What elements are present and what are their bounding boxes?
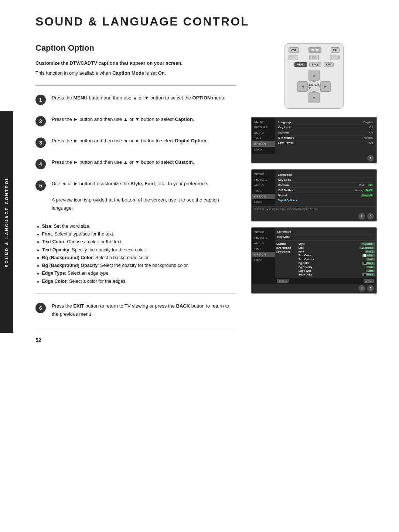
intro-on-bold: On (158, 70, 165, 76)
step-2: 2 Press the ► button and then use ▲ or ▼… (35, 115, 236, 126)
divider-1 (35, 85, 236, 86)
remote-menu-btn[interactable]: MENU (294, 62, 307, 67)
panel2-badge-3: 3 (367, 213, 374, 220)
panel3-right: Language Key Lock Caption ISM Method (275, 228, 376, 284)
panel1-keylock-value: : Off (368, 126, 373, 129)
step-text-6: Press the EXIT button to return to TV vi… (52, 302, 236, 318)
panel2-analog-label: Analog (355, 189, 363, 192)
remote-cc-btn[interactable]: CC (309, 55, 319, 60)
panel2-menu-setup: SETUP (252, 172, 275, 177)
panel3-font-row: Font Font 1 (299, 250, 375, 253)
remote-ch-btn[interactable]: CH (331, 47, 340, 53)
panel3-top-rows: Language Key Lock (275, 228, 376, 241)
panel2-row-digital: Digital Service3 (278, 193, 373, 198)
panel3-textcolor-label: Text Color (299, 254, 319, 257)
remote-top-row: VOL MUTE CH (289, 47, 340, 53)
side-label-text: SOUND & LANGUAGE CONTROL (4, 176, 9, 267)
panel1-language-value: : English (362, 121, 373, 124)
panel3-menu-picture: PICTURE (252, 235, 275, 241)
panel2-note: Selection ( ► or ⊙) leads you to the Cap… (254, 208, 374, 211)
panel1-row-keylock: Key Lock : Off (278, 125, 373, 130)
panel2-row-keylock: Key Lock (278, 177, 373, 183)
main-content: SOUND & LANGUAGE CONTROL Caption Option … (13, 0, 399, 358)
panel3-footer-prev: ■ Prev (364, 279, 374, 283)
dpad-up-btn[interactable]: ▲ (308, 70, 319, 81)
remote-exit-btn[interactable]: EXIT (324, 62, 334, 67)
dpad-down-btn[interactable]: ▼ (308, 92, 319, 103)
panel2-menu-time: TIME (252, 188, 275, 194)
step-1: 1 Press the MENU button and then use ▲ o… (35, 94, 236, 105)
panel3-edgecolor-value: Black (362, 273, 375, 276)
remote-vol-btn[interactable]: VOL (289, 47, 299, 53)
remote-container: VOL MUTE CH — CC — MENU BACK EXIT (251, 43, 377, 109)
dpad-enter-btn[interactable]: ENTER⊙ (308, 81, 319, 92)
panel3-textcolor-value: White (362, 254, 375, 257)
step-4: 4 Press the ► button and then use ▲ or ▼… (35, 158, 236, 169)
remote-mute-btn[interactable]: MUTE (308, 47, 321, 53)
panel1-keylock-label: Key Lock (278, 126, 291, 129)
panel3-menu-time: TIME (252, 246, 275, 252)
step-6: 6 Press the EXIT button to return to TV … (35, 302, 236, 318)
panel3-edgetype-row: Edge Type None (299, 269, 375, 272)
panel2-row-caption: Caption Mode On (278, 183, 373, 188)
dpad-empty-tl (297, 70, 308, 81)
section-heading: Caption Option (35, 43, 236, 53)
panel3-edgecolor-label: Edge Color (299, 273, 319, 276)
panel2-row-language: Language (278, 172, 373, 177)
panel2-sidebar: SETUP PICTURE AUDIO TIME OPTION LOCK (252, 170, 275, 206)
bullet-text-opacity: Text Opacity : Specify the opacity for t… (35, 246, 236, 254)
panel3-textopacity-value: Solid (366, 258, 375, 261)
panel3-menu-lock: LOCK (252, 257, 275, 263)
remote-row3: MENU BACK EXIT (289, 62, 340, 67)
panel2-row-ism: ISM Method Analog Text1 (278, 188, 373, 193)
panel2-digital-value: Service3 (361, 194, 373, 197)
panel1-menu-time: TIME (252, 136, 275, 141)
step-text-3: Press the ► button and then use ◄ or ► b… (52, 137, 236, 145)
panel2-note-area: Selection ( ► or ⊙) leads you to the Cap… (252, 206, 376, 212)
remote-dash-left: — (289, 55, 298, 60)
panel1-row-ism: ISM Method : Normal (278, 135, 373, 140)
panel3-mid: Caption ISM Method Low Power Style ✦ Cus… (275, 241, 376, 278)
step-circle-3: 3 (35, 138, 46, 148)
panel3-font-label: Font (299, 250, 319, 253)
bullet-bg-opacity: Bg (Background) Opacity : Select the opa… (35, 262, 236, 270)
remote-row2: — CC — (289, 55, 340, 60)
remote-back-btn[interactable]: BACK (309, 62, 321, 67)
divider-2 (35, 294, 236, 294)
panel3-bgopacity-value: Solid (366, 266, 375, 268)
bullet-edge-type: Edge Type : Select an edge type. (35, 270, 236, 277)
panel3-size-label: Size (299, 247, 319, 249)
panel1-ism-value: : Normal (362, 136, 373, 139)
panel3-edgetype-label: Edge Type (299, 270, 319, 272)
screen-panel-1: SETUP PICTURE AUDIO TIME OPTION LOCK Lan… (251, 117, 377, 163)
panel3-textcolor-row: Text Color White (299, 253, 375, 257)
panel3-black-swatch-edge (364, 273, 366, 276)
panel2-menu-audio: AUDIO (252, 183, 275, 188)
panel1-menu-option: OPTION (252, 141, 275, 147)
dpad-empty-tr (320, 70, 331, 81)
panel1-ism-label: ISM Method (278, 136, 294, 139)
panel2-main: Language Key Lock Caption Mode (275, 170, 376, 206)
panel3-sidebar: SETUP PICTURE AUDIO TIME OPTION LOCK (252, 228, 275, 284)
panel1-row-lowpower: Low Power : Off (278, 140, 373, 145)
step-text-1: Press the MENU button and then use ▲ or … (52, 94, 236, 102)
panel1-lowpower-label: Low Power (278, 141, 293, 145)
panel2-digital-option[interactable]: Digital Option ► (278, 199, 298, 201)
panel2-mode-label: Mode (359, 184, 365, 186)
panel3-bgcolor-row: Bg Color Black (299, 261, 375, 265)
dpad-right-btn[interactable]: ► (320, 81, 331, 92)
panel3-bgopacity-row: Bg Opacity Solid (299, 265, 375, 269)
step-text-4: Press the ► button and then use ▲ or ▼ b… (52, 158, 236, 166)
panel3-edgecolor-row: Edge Color Black (299, 272, 375, 277)
panel1-inner: SETUP PICTURE AUDIO TIME OPTION LOCK Lan… (252, 118, 376, 154)
intro-text-1: Customize the DTV/CADTV captions that ap… (35, 60, 236, 67)
dpad-left-btn[interactable]: ◄ (297, 81, 308, 92)
panel1-badge: 1 (367, 155, 374, 162)
panel1-caption-value: : Off (368, 131, 373, 134)
panel2-menu-lock: LOCK (252, 199, 275, 205)
panel1-menu-lock: LOCK (252, 147, 275, 152)
step-5: 5 Use ◄ or ► button to customize the Sty… (35, 180, 236, 212)
step-circle-4: 4 (35, 159, 46, 169)
panel2-badge-2: 2 (358, 213, 365, 220)
panel2-ism-values: Analog Text1 (355, 189, 373, 192)
